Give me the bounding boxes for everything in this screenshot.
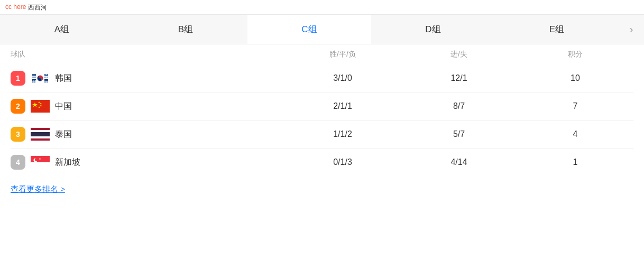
svg-rect-32 [31, 162, 50, 169]
tab-d[interactable]: D组 [371, 15, 495, 44]
svg-rect-8 [47, 77, 48, 78]
tab-e[interactable]: E组 [495, 15, 619, 44]
svg-rect-14 [44, 79, 48, 80]
svg-rect-30 [31, 136, 50, 138]
cell-wdl-kr: 3/1/0 [284, 73, 401, 83]
svg-rect-9 [32, 79, 36, 80]
watermark-text: 西西河 [28, 3, 47, 12]
svg-rect-6 [44, 76, 48, 77]
cell-points-th: 4 [517, 129, 633, 139]
tab-a[interactable]: A组 [0, 15, 124, 44]
col-goals: 进/失 [401, 50, 517, 59]
svg-rect-13 [34, 82, 36, 83]
col-team: 球队 [11, 50, 284, 59]
svg-rect-4 [44, 74, 46, 75]
cell-goals-kr: 12/1 [401, 73, 517, 83]
team-info-th: 3 泰国 [11, 127, 284, 142]
tab-next-arrow[interactable]: › [619, 23, 644, 35]
cell-wdl-th: 1/1/2 [284, 129, 401, 139]
col-points: 积分 [517, 50, 633, 59]
table-row: 3 泰国 1/1/2 5/7 4 [11, 121, 633, 149]
team-name-kr: 韩国 [55, 73, 72, 84]
svg-rect-16 [44, 82, 46, 83]
flag-sg [31, 156, 50, 169]
svg-point-20 [40, 79, 41, 80]
cell-points-cn: 7 [517, 101, 633, 111]
svg-rect-29 [31, 132, 50, 136]
table-header: 球队 胜/平/负 进/失 积分 [0, 44, 644, 64]
col-wdl: 胜/平/负 [284, 50, 401, 59]
flag-cn [31, 100, 50, 113]
tab-c[interactable]: C组 [247, 15, 371, 44]
cell-wdl-cn: 2/1/1 [284, 101, 401, 111]
svg-rect-12 [32, 82, 34, 83]
watermark-brand: cc here [5, 3, 26, 12]
team-name-th: 泰国 [55, 129, 72, 140]
rank-badge-1: 1 [11, 71, 25, 86]
svg-point-34 [35, 158, 38, 161]
svg-rect-2 [32, 76, 36, 77]
tabs-bar: A组 B组 C组 D组 E组 › [0, 14, 644, 44]
rank-badge-3: 3 [11, 127, 25, 142]
rank-badge-4: 4 [11, 155, 25, 170]
team-info-kr: 1 [11, 71, 284, 86]
table-row: 1 [11, 64, 633, 92]
team-name-sg: 新加坡 [55, 157, 80, 168]
cell-points-sg: 1 [517, 157, 633, 167]
flag-th [31, 128, 50, 141]
svg-rect-1 [32, 74, 36, 75]
table-row: 2 中国 2/1/1 8/7 7 [11, 92, 633, 121]
team-info-sg: 4 新加坡 [11, 155, 284, 170]
cell-goals-sg: 4/14 [401, 157, 517, 167]
team-name-cn: 中国 [55, 101, 72, 112]
svg-rect-7 [44, 77, 46, 78]
cell-goals-cn: 8/7 [401, 101, 517, 111]
team-rows: 1 [0, 64, 644, 176]
svg-rect-17 [47, 82, 48, 83]
svg-rect-3 [32, 77, 36, 78]
tab-b[interactable]: B组 [124, 15, 247, 44]
team-info-cn: 2 中国 [11, 99, 284, 114]
rank-badge-2: 2 [11, 99, 25, 114]
more-ranking-link[interactable]: 查看更多排名 > [0, 176, 76, 203]
watermark: cc here 西西河 [0, 0, 644, 14]
table-row: 4 新加坡 0/1/3 4/14 1 [11, 149, 633, 176]
flag-kr [31, 72, 50, 85]
svg-rect-11 [34, 80, 36, 81]
svg-rect-10 [32, 80, 34, 81]
svg-rect-15 [44, 80, 48, 81]
svg-point-19 [40, 76, 41, 78]
svg-rect-28 [31, 130, 50, 132]
svg-rect-5 [47, 74, 48, 75]
cell-wdl-sg: 0/1/3 [284, 157, 401, 167]
cell-points-kr: 10 [517, 73, 633, 83]
cell-goals-th: 5/7 [401, 129, 517, 139]
